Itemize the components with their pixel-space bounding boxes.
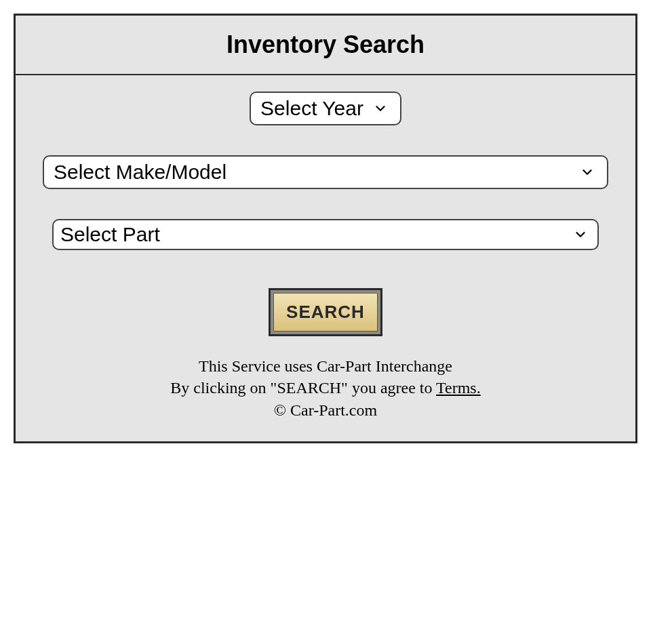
- year-select-label: Select Year: [260, 97, 363, 120]
- footer-text: This Service uses Car-Part Interchange B…: [43, 355, 608, 421]
- search-button-label: SEARCH: [273, 293, 378, 331]
- footer-line-1: This Service uses Car-Part Interchange: [43, 355, 608, 377]
- footer-copyright: © Car-Part.com: [43, 399, 608, 421]
- year-select[interactable]: Select Year: [250, 92, 401, 125]
- make-model-select[interactable]: Select Make/Model: [43, 155, 608, 189]
- make-model-select-label: Select Make/Model: [54, 161, 570, 184]
- part-row: Select Part: [43, 219, 608, 250]
- inventory-search-panel: Inventory Search Select Year Select Make…: [14, 14, 637, 443]
- part-select-label: Select Part: [60, 223, 564, 246]
- search-button-row: SEARCH: [43, 288, 608, 336]
- chevron-down-icon: [373, 101, 388, 116]
- year-row: Select Year: [43, 92, 608, 125]
- page-title: Inventory Search: [16, 31, 635, 59]
- panel-header: Inventory Search: [16, 16, 635, 75]
- footer-line-2-prefix: By clicking on "SEARCH" you agree to: [170, 379, 436, 397]
- make-model-row: Select Make/Model: [43, 155, 608, 189]
- search-form: Select Year Select Make/Model: [16, 75, 635, 441]
- terms-link[interactable]: Terms.: [436, 379, 481, 397]
- footer-line-2: By clicking on "SEARCH" you agree to Ter…: [43, 377, 608, 399]
- part-select[interactable]: Select Part: [52, 219, 599, 250]
- chevron-down-icon: [580, 165, 595, 180]
- chevron-down-icon: [573, 227, 588, 242]
- search-button[interactable]: SEARCH: [269, 288, 382, 336]
